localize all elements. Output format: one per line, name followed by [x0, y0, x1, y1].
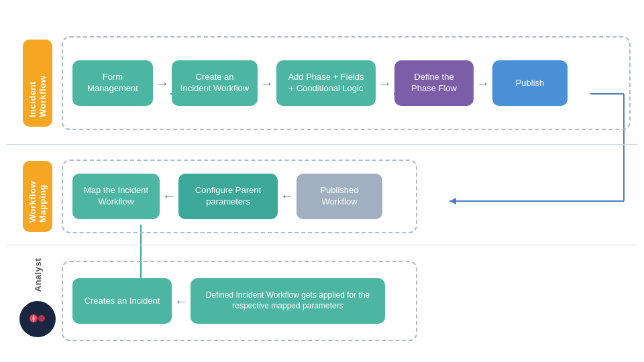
svg-point-22: [38, 315, 45, 322]
step-configure-parent: Configure Parent parameters: [178, 174, 278, 219]
lane-label-text-incident: Incident Workflow: [23, 40, 52, 127]
separator-2: [7, 245, 637, 245]
step-published-workflow: Published Workflow: [297, 174, 382, 219]
svg-point-20: [25, 306, 50, 332]
arrow-1-4: →: [474, 76, 492, 91]
step-map-incident: Map the Incident Workflow: [72, 174, 160, 219]
lane-label-text-mapping: Workflow Mapping: [23, 161, 52, 232]
step-create-incident: Create an Incident Workflow: [172, 60, 258, 106]
arrow-1-3: →: [376, 76, 394, 91]
lane-label-incident-workflow: Incident Workflow: [13, 36, 62, 130]
lane-dashed-border-1: Form Management → Create an Incident Wor…: [62, 36, 631, 130]
arrow-1-2: →: [258, 76, 276, 91]
step-defined-incident: Defined Incident Workflow gets applied f…: [191, 278, 385, 324]
step-form-mgmt: Form Management: [72, 60, 153, 106]
analyst-icon: [19, 301, 56, 337]
step-define-flow: Define the Phase Flow: [394, 60, 474, 106]
lane-dashed-border-2: Map the Incident Workflow ← Configure Pa…: [62, 160, 417, 233]
arrow-1-1: →: [153, 76, 172, 91]
arrow-2-2: ←: [278, 188, 297, 204]
step-publish: Publish: [492, 60, 568, 106]
diagram-container: Incident Workflow Form Management → Crea…: [7, 7, 637, 355]
step-add-phase: Add Phase + Fields + Conditional Logic: [276, 60, 376, 106]
step-creates-incident: Creates an Incident: [72, 278, 172, 324]
lane-analyst: Analyst Creates an Incident ← Defin: [13, 250, 631, 352]
lane-label-workflow-mapping: Workflow Mapping: [13, 160, 62, 233]
lane-dashed-border-3: Creates an Incident ← Defined Incident W…: [62, 261, 417, 341]
lane-label-text-analyst: Analyst: [33, 258, 43, 292]
arrow-3-1: ←: [172, 294, 191, 309]
lane-label-analyst: Analyst: [13, 254, 62, 348]
lane-workflow-mapping: Workflow Mapping Map the Incident Workfl…: [13, 151, 631, 241]
lane-incident-workflow: Incident Workflow Form Management → Crea…: [13, 27, 631, 139]
separator-1: [7, 144, 637, 145]
arrow-2-1: ←: [160, 188, 178, 204]
